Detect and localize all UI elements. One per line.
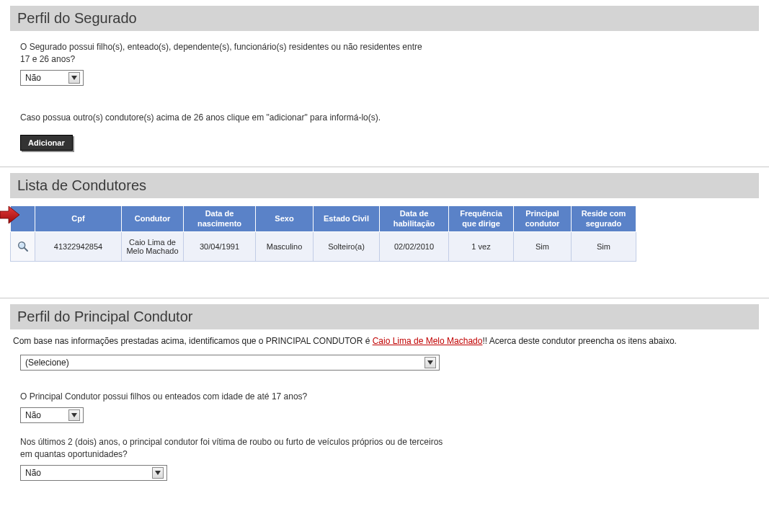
select-dependentes-value: Não <box>25 73 41 83</box>
th-estado-civil: Estado Civil <box>314 206 380 231</box>
question-filhos-17: O Principal Condutor possui filhos ou en… <box>20 391 453 403</box>
th-cpf: Cpf <box>35 206 122 231</box>
chevron-down-icon <box>68 72 80 84</box>
select-roubo-furto-value: Não <box>25 468 41 478</box>
th-nascimento: Data de nascimento <box>184 206 256 231</box>
th-principal: Principal condutor <box>514 206 572 231</box>
th-habilitacao: Data de habilitação <box>380 206 449 231</box>
intro-before: Com base nas informações prestadas acima… <box>13 336 373 346</box>
select-filhos-17-value: Não <box>25 410 41 420</box>
principal-condutor-link[interactable]: Caio Lima de Melo Machado <box>373 336 483 346</box>
magnifier-icon[interactable] <box>17 241 29 252</box>
cell-estado-civil: Solteiro(a) <box>314 231 380 261</box>
section-divider <box>0 298 769 298</box>
question-dependentes: O Segurado possui filho(s), enteado(s), … <box>20 41 424 66</box>
section-title-principal-condutor: Perfil do Principal Condutor <box>10 304 759 329</box>
pointer-arrow-icon <box>0 205 20 225</box>
chevron-down-icon <box>424 357 436 368</box>
cell-frequencia: 1 vez <box>449 231 514 261</box>
cell-sexo: Masculino <box>256 231 314 261</box>
select-principal-generic-value: (Selecione) <box>25 358 69 368</box>
section-divider <box>0 167 769 167</box>
table-row[interactable]: 41322942854 Caio Lima de Melo Machado 30… <box>11 231 636 261</box>
select-roubo-furto[interactable]: Não <box>20 465 167 481</box>
svg-line-1 <box>24 247 27 250</box>
cell-principal: Sim <box>514 231 572 261</box>
chevron-down-icon <box>68 409 80 421</box>
th-sexo: Sexo <box>256 206 314 231</box>
select-dependentes[interactable]: Não <box>20 70 84 86</box>
cell-cpf: 41322942854 <box>35 231 122 261</box>
select-principal-generic[interactable]: (Selecione) <box>20 355 440 371</box>
section-title-lista-condutores: Lista de Condutores <box>10 173 759 198</box>
note-condutores-acima-26: Caso possua outro(s) condutore(s) acima … <box>20 112 749 124</box>
cell-nascimento: 30/04/1991 <box>184 231 256 261</box>
th-condutor: Condutor <box>122 206 184 231</box>
cell-habilitacao: 02/02/2010 <box>380 231 449 261</box>
principal-condutor-intro: Com base nas informações prestadas acima… <box>13 335 756 347</box>
adicionar-button[interactable]: Adicionar <box>20 135 73 151</box>
th-frequencia: Frequência que dirige <box>449 206 514 231</box>
question-roubo-furto: Nos últimos 2 (dois) anos, o principal c… <box>20 436 453 461</box>
cell-reside: Sim <box>572 231 636 261</box>
cell-condutor: Caio Lima de Melo Machado <box>122 231 184 261</box>
select-filhos-17[interactable]: Não <box>20 407 84 423</box>
intro-after: !! Acerca deste condutor preencha os ite… <box>482 336 677 346</box>
section-title-perfil-segurado: Perfil do Segurado <box>10 6 759 31</box>
drivers-table: Cpf Condutor Data de nascimento Sexo Est… <box>10 205 636 261</box>
table-header-row: Cpf Condutor Data de nascimento Sexo Est… <box>11 206 636 231</box>
chevron-down-icon <box>152 467 164 479</box>
th-reside: Reside com segurado <box>572 206 636 231</box>
